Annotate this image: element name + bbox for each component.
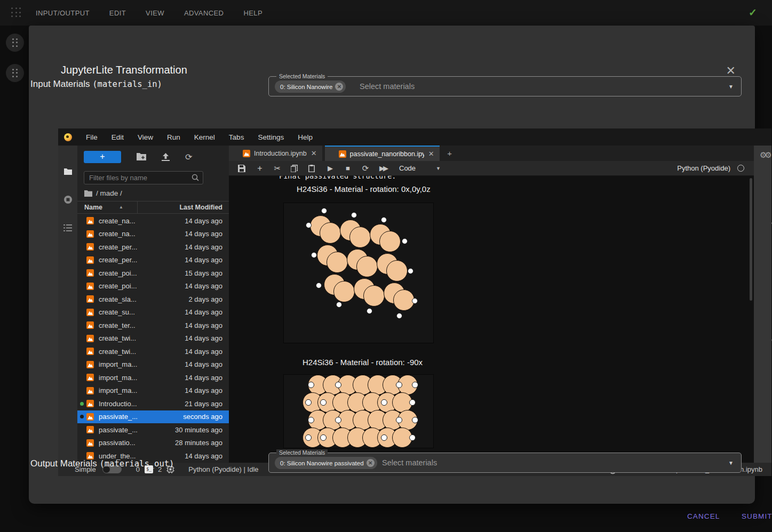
stop-kernel-icon[interactable]: ■ xyxy=(344,164,352,172)
save-icon[interactable] xyxy=(238,165,246,172)
output-materials-select[interactable]: Selected Materials 0: Silicon Nanowire p… xyxy=(268,453,742,473)
dropdown-caret-icon[interactable]: ▼ xyxy=(728,460,734,466)
kernel-status-icon[interactable] xyxy=(737,165,744,172)
notebook-output-area[interactable]: Final passivated structure: H24Si36 - Ma… xyxy=(229,176,754,463)
file-row[interactable]: Introductio...21 days ago xyxy=(77,397,229,410)
app-grid-icon[interactable] xyxy=(11,7,22,18)
file-row[interactable]: create_per...14 days ago xyxy=(77,240,229,254)
file-row[interactable]: create_poi...15 days ago xyxy=(77,267,229,280)
chip-remove-icon[interactable]: ✕ xyxy=(335,83,343,91)
paste-cell-icon[interactable] xyxy=(308,165,317,172)
file-row[interactable]: create_su...14 days ago xyxy=(77,306,229,319)
kernel-state-label[interactable]: Python (Pyodide) | Idle xyxy=(188,465,258,473)
new-tab-button[interactable]: + xyxy=(442,146,457,161)
refresh-icon[interactable]: ⟳ xyxy=(185,152,192,162)
file-row[interactable]: create_per...14 days ago xyxy=(77,254,229,267)
copy-cell-icon[interactable] xyxy=(291,165,299,172)
tab-introduction[interactable]: Introduction.ipynb ✕ xyxy=(229,146,322,161)
tab-passivate-nanoribbon[interactable]: passivate_nanoribbon.ipynb ✕ xyxy=(325,146,440,161)
file-row[interactable]: passivate_...seconds ago xyxy=(77,410,229,424)
background-kebab-button[interactable] xyxy=(6,64,24,82)
new-launcher-button[interactable]: + xyxy=(84,151,121,163)
output-materials-label: Output Materials (materials_out) xyxy=(30,458,174,469)
kernel-name[interactable]: Python (Pyodide) xyxy=(677,164,730,172)
menu-view[interactable]: VIEW xyxy=(146,9,164,17)
file-row[interactable]: create_na...14 days ago xyxy=(77,214,229,228)
output-material-chip[interactable]: 0: Silicon Nanowire passivated ✕ xyxy=(275,457,377,469)
menu-help[interactable]: HELP xyxy=(243,9,262,17)
jmenu-run[interactable]: Run xyxy=(167,133,180,141)
notebook-icon xyxy=(86,283,94,290)
hydrogen-atom xyxy=(381,217,387,223)
table-of-contents-icon[interactable] xyxy=(63,224,72,231)
file-row[interactable]: import_ma...14 days ago xyxy=(77,384,229,398)
notebook-icon xyxy=(86,348,94,355)
jupyterlite-transformation-dialog: JupyterLite Transformation ✕ Input Mater… xyxy=(29,26,755,504)
file-row[interactable]: import_ma...14 days ago xyxy=(77,371,229,384)
cancel-button[interactable]: CANCEL xyxy=(682,508,725,525)
structure-visualization-rotation-minus90x xyxy=(283,374,434,448)
property-inspector-gears-icon[interactable]: ⚙⚙ xyxy=(760,150,770,160)
file-row[interactable]: create_na...14 days ago xyxy=(77,228,229,241)
breadcrumb[interactable]: / made / xyxy=(84,189,122,197)
file-browser-icon[interactable] xyxy=(63,168,73,175)
file-row[interactable]: create_twi...14 days ago xyxy=(77,332,229,345)
new-folder-icon[interactable] xyxy=(137,153,146,160)
file-modified: 14 days ago xyxy=(185,230,222,238)
dropdown-caret-icon[interactable]: ▼ xyxy=(728,84,734,90)
file-row[interactable]: passivatio...28 minutes ago xyxy=(77,437,229,450)
hydrogen-atom xyxy=(396,417,402,423)
output-materials-legend: Selected Materials xyxy=(276,449,328,456)
file-modified: 30 minutes ago xyxy=(175,426,222,434)
jmenu-help[interactable]: Help xyxy=(298,133,313,141)
add-cell-icon[interactable]: + xyxy=(256,164,264,173)
input-materials-select[interactable]: Selected Materials 0: Silicon Nanowire ✕… xyxy=(268,76,742,96)
jmenu-edit[interactable]: Edit xyxy=(112,133,124,141)
cell-type-select[interactable]: Code xyxy=(399,164,416,172)
cell-type-caret-icon[interactable]: ▼ xyxy=(436,166,441,171)
jmenu-settings[interactable]: Settings xyxy=(258,133,284,141)
file-name: create_ter... xyxy=(99,321,136,329)
submit-button[interactable]: SUBMIT xyxy=(736,508,772,525)
chip-remove-icon[interactable]: ✕ xyxy=(367,459,375,467)
menu-advanced[interactable]: ADVANCED xyxy=(184,9,224,17)
input-material-chip[interactable]: 0: Silicon Nanowire ✕ xyxy=(275,80,346,93)
background-kebab-button[interactable] xyxy=(6,34,24,52)
file-row[interactable]: create_sla...2 days ago xyxy=(77,293,229,306)
notebook-icon xyxy=(86,413,94,421)
file-list-header[interactable]: Name ▲ Last Modified xyxy=(77,201,229,214)
jupyter-left-sidebar xyxy=(58,146,77,463)
jmenu-file[interactable]: File xyxy=(86,133,98,141)
notebook-scrollbar[interactable] xyxy=(750,178,752,301)
file-row[interactable]: create_poi...14 days ago xyxy=(77,280,229,293)
tab-close-icon[interactable]: ✕ xyxy=(311,149,317,157)
file-modified: 21 days ago xyxy=(185,400,222,408)
file-row[interactable]: passivate_...30 minutes ago xyxy=(77,423,229,437)
jmenu-view[interactable]: View xyxy=(138,133,153,141)
restart-kernel-icon[interactable]: ⟳ xyxy=(361,164,370,173)
hydrogen-atom xyxy=(336,302,342,308)
file-row[interactable]: create_ter...14 days ago xyxy=(77,319,229,332)
file-row[interactable]: import_ma...14 days ago xyxy=(77,358,229,372)
file-modified: 14 days ago xyxy=(185,452,222,460)
running-sessions-icon[interactable] xyxy=(63,195,73,204)
viz1-title: H24Si36 - Material - rotation: 0x,0y,0z xyxy=(297,184,431,194)
menu-input-output[interactable]: INPUT/OUTPUT xyxy=(36,9,90,17)
hydrogen-atom xyxy=(412,298,418,304)
cut-cell-icon[interactable]: ✂ xyxy=(273,164,282,173)
upload-icon[interactable] xyxy=(162,153,170,161)
file-row[interactable]: create_twi...14 days ago xyxy=(77,345,229,358)
file-modified: 14 days ago xyxy=(185,348,222,356)
close-icon[interactable]: ✕ xyxy=(726,65,736,77)
menu-edit[interactable]: EDIT xyxy=(109,9,126,17)
check-icon: ✓ xyxy=(749,6,757,19)
hydrogen-atom xyxy=(402,238,408,244)
jmenu-tabs[interactable]: Tabs xyxy=(229,133,244,141)
restart-run-all-icon[interactable]: ▶▶ xyxy=(379,164,387,172)
tab-close-icon[interactable]: ✕ xyxy=(428,150,434,158)
jmenu-kernel[interactable]: Kernel xyxy=(194,133,215,141)
run-cell-icon[interactable]: ▶ xyxy=(326,164,335,172)
filter-files-input[interactable] xyxy=(84,171,203,184)
notebook-icon xyxy=(86,217,94,224)
notebook-icon xyxy=(86,335,94,342)
